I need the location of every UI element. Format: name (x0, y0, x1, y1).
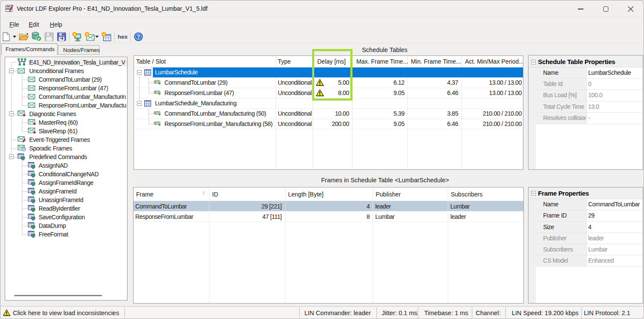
svg-text:?: ? (137, 34, 140, 40)
